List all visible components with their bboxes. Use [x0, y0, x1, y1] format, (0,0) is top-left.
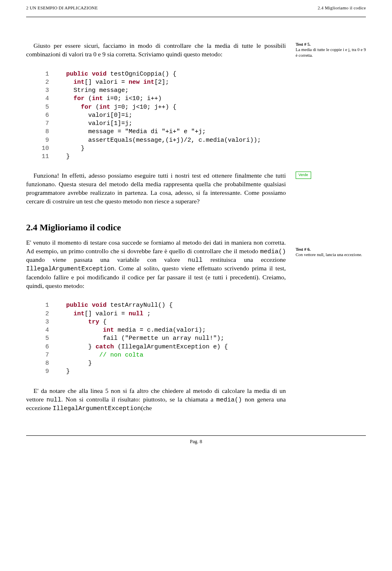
paragraph-funziona: Funziona! In effetti, adesso possiamo es…	[26, 172, 286, 206]
code-listing-2: 1 public void testArrayNull() { 2 int[] …	[26, 301, 366, 376]
margin-note-test6: Test # 6. Con vettore null, lancia una e…	[296, 239, 366, 294]
paragraph-intro: Giusto per essere sicuri, facciamo in mo…	[26, 42, 286, 59]
paragraph-final: E' da notare che alla linea 5 non si fa …	[26, 387, 286, 413]
section-heading-2-4: 2.4 Miglioriamo il codice	[26, 221, 366, 234]
header-right: 2.4 Miglioriamo il codice	[318, 5, 366, 11]
paragraph-intro-2-4: E' venuto il momento di testare cosa suc…	[26, 239, 286, 290]
header-left: 2 UN ESEMPIO DI APPLICAZIONE	[26, 5, 98, 11]
code-listing-1: 1 public void testOgniCoppia() { 2 int[]…	[26, 70, 366, 161]
margin-note-test5: Test # 5. La media di tutte le coppie i …	[296, 42, 366, 63]
verde-badge: Verde	[296, 172, 311, 179]
page-footer: Pag. 8	[26, 436, 366, 445]
